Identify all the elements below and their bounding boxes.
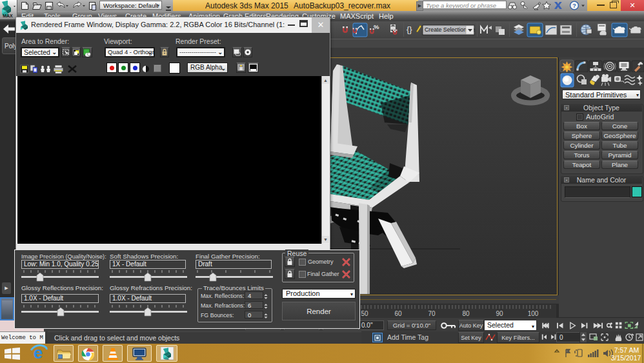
svg-text:{}: {} xyxy=(407,25,412,34)
svg-text:100: 100 xyxy=(528,310,539,317)
svg-text:60: 60 xyxy=(394,310,402,317)
svg-text:?: ? xyxy=(572,3,576,9)
svg-text:%: % xyxy=(374,23,379,30)
svg-text:max: max xyxy=(165,358,170,360)
svg-text:90: 90 xyxy=(496,310,503,317)
svg-text:70: 70 xyxy=(428,310,436,317)
svg-text:50: 50 xyxy=(361,310,368,317)
svg-text:80: 80 xyxy=(462,310,470,317)
